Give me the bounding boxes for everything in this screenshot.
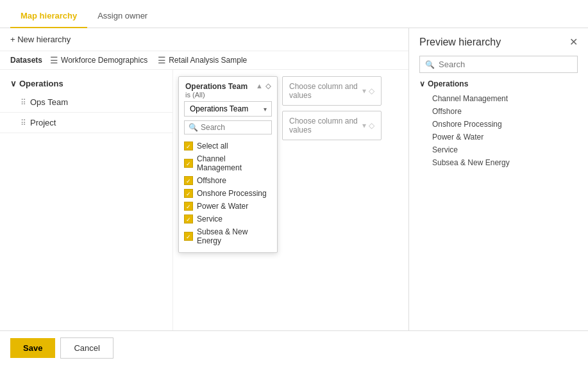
hierarchy-item-name: Ops Team (30, 97, 162, 107)
chevron-down-icon: ∨ (419, 79, 425, 88)
filter-item-label: Service (197, 215, 223, 223)
main-layout: + New hierarchy Datasets ☰ Workforce Dem… (0, 28, 588, 330)
hierarchy-item-project[interactable]: ⠿ Project (0, 113, 172, 133)
filter-card-header: Operations Team is (All) ▲ ◇ (179, 77, 277, 101)
filter-item-onshore[interactable]: Onshore Processing (184, 187, 272, 200)
filter-panel: Operations Team is (All) ▲ ◇ Operations … (173, 70, 408, 330)
right-panel: Preview hierarchy ✕ 🔍 ∨ Operations Chann… (409, 28, 588, 330)
preview-tree: ∨ Operations Channel Management Offshore… (419, 79, 578, 169)
checkbox-subsea[interactable] (184, 232, 193, 241)
dataset-icon-workforce: ☰ (50, 55, 58, 65)
preview-section-operations[interactable]: ∨ Operations (419, 79, 578, 88)
filter-item-power[interactable]: Power & Water (184, 200, 272, 213)
pin-icon[interactable]: ◇ (369, 121, 374, 130)
dataset-name-workforce: Workforce Demographics (61, 56, 147, 65)
filter-card-select: Operations Team ▾ (184, 101, 272, 117)
dataset-item-retail: ☰ Retail Analysis Sample (158, 55, 247, 65)
cancel-button[interactable]: Cancel (60, 337, 113, 359)
hierarchy-section-operations[interactable]: ∨ Operations (0, 75, 172, 92)
filter-item-label: Select all (197, 142, 228, 150)
filter-item-label: Offshore (197, 176, 226, 185)
drag-handle-icon: ⠿ (21, 98, 26, 107)
filter-item-label: Subsea & New Energy (197, 227, 272, 245)
check-icon (186, 203, 191, 210)
dataset-item-workforce: ☰ Workforce Demographics (50, 55, 147, 65)
dropdown-icon[interactable]: ▾ (362, 121, 366, 130)
filter-item-label: Power & Water (197, 202, 248, 211)
checkbox-channel[interactable] (184, 159, 193, 168)
hierarchy-content: ∨ Operations ⠿ Ops Team ⠿ Project (0, 70, 408, 330)
chevron-down-icon: ∨ (10, 79, 17, 88)
dataset-icon-retail: ☰ (158, 55, 166, 65)
checkbox-service[interactable] (184, 215, 193, 223)
filter-card: Operations Team is (All) ▲ ◇ Operations … (178, 76, 278, 253)
filter-search-box: 🔍 (184, 120, 272, 134)
pin-icon[interactable]: ◇ (265, 82, 271, 90)
choose-card-2-actions: ▾ ◇ (362, 121, 374, 130)
hierarchy-item-name: Project (30, 118, 162, 127)
right-panel-header: Preview hierarchy ✕ (419, 36, 578, 48)
search-icon: 🔍 (189, 123, 198, 132)
preview-search-box: 🔍 (419, 56, 578, 73)
tab-assign-owner[interactable]: Assign owner (87, 4, 158, 28)
checkbox-offshore[interactable] (184, 176, 193, 185)
tab-map-hierarchy[interactable]: Map hierarchy (10, 4, 87, 28)
check-icon (186, 233, 191, 240)
close-button[interactable]: ✕ (569, 36, 578, 48)
preview-item-subsea[interactable]: Subsea & New Energy (432, 156, 578, 169)
filter-card-title: Operations Team (185, 82, 248, 91)
save-button[interactable]: Save (10, 338, 55, 358)
filter-item-channel[interactable]: Channel Management (184, 152, 272, 174)
choose-cards-container: Choose column and values ▾ ◇ Choose colu… (282, 76, 382, 140)
choose-card-1[interactable]: Choose column and values ▾ ◇ (282, 76, 382, 106)
choose-card-2[interactable]: Choose column and values ▾ ◇ (282, 111, 382, 140)
filter-search-input[interactable] (201, 123, 267, 132)
datasets-label: Datasets (10, 56, 42, 65)
filter-item-offshore[interactable]: Offshore (184, 174, 272, 187)
check-icon (186, 177, 191, 184)
filter-card-actions: ▲ ◇ (256, 82, 271, 90)
preview-item-channel[interactable]: Channel Management (432, 92, 578, 105)
preview-items: Channel Management Offshore Onshore Proc… (419, 92, 578, 169)
filter-item-service[interactable]: Service (184, 213, 272, 225)
footer: Save Cancel (0, 330, 588, 365)
preview-search-input[interactable] (439, 60, 572, 69)
filter-item-subsea[interactable]: Subsea & New Energy (184, 225, 272, 247)
filter-item-label: Channel Management (197, 154, 272, 172)
hierarchy-list: ∨ Operations ⠿ Ops Team ⠿ Project (0, 70, 173, 330)
hierarchy-item-ops-team[interactable]: ⠿ Ops Team (0, 92, 172, 113)
preview-item-service[interactable]: Service (432, 143, 578, 156)
check-icon (186, 160, 191, 167)
filter-card-subtitle: is (All) (185, 91, 248, 99)
preview-section-label: Operations (428, 79, 468, 88)
collapse-icon[interactable]: ▲ (256, 82, 263, 90)
preview-item-power[interactable]: Power & Water (432, 131, 578, 143)
search-icon: 🔍 (425, 60, 435, 69)
preview-title: Preview hierarchy (419, 36, 501, 48)
choose-card-1-label: Choose column and values (289, 82, 362, 100)
preview-item-onshore[interactable]: Onshore Processing (432, 118, 578, 131)
dataset-name-retail: Retail Analysis Sample (169, 56, 247, 65)
choose-card-2-label: Choose column and values (289, 117, 362, 134)
checkbox-onshore[interactable] (184, 189, 193, 198)
datasets-row: Datasets ☰ Workforce Demographics ☰ Reta… (0, 51, 408, 70)
pin-icon[interactable]: ◇ (369, 86, 374, 95)
preview-item-offshore[interactable]: Offshore (432, 105, 578, 118)
dropdown-icon[interactable]: ▾ (362, 86, 366, 95)
left-panel: + New hierarchy Datasets ☰ Workforce Dem… (0, 28, 409, 330)
filter-select-dropdown[interactable]: Operations Team (184, 101, 272, 117)
checkbox-select-all[interactable] (184, 142, 193, 150)
new-hierarchy-button[interactable]: + New hierarchy (10, 35, 71, 44)
check-icon (186, 190, 191, 197)
drag-handle-icon: ⠿ (21, 118, 26, 127)
choose-card-1-actions: ▾ ◇ (362, 86, 374, 95)
tab-bar: Map hierarchy Assign owner (0, 0, 588, 28)
filter-item-select-all[interactable]: Select all (184, 140, 272, 152)
filter-item-label: Onshore Processing (197, 189, 267, 198)
checkbox-power[interactable] (184, 202, 193, 211)
filter-items-list: Select all Channel Management Offshore (179, 137, 277, 252)
check-icon (186, 143, 191, 150)
left-toolbar: + New hierarchy (0, 28, 408, 51)
check-icon (186, 216, 191, 223)
hierarchy-section-label: Operations (19, 79, 63, 88)
